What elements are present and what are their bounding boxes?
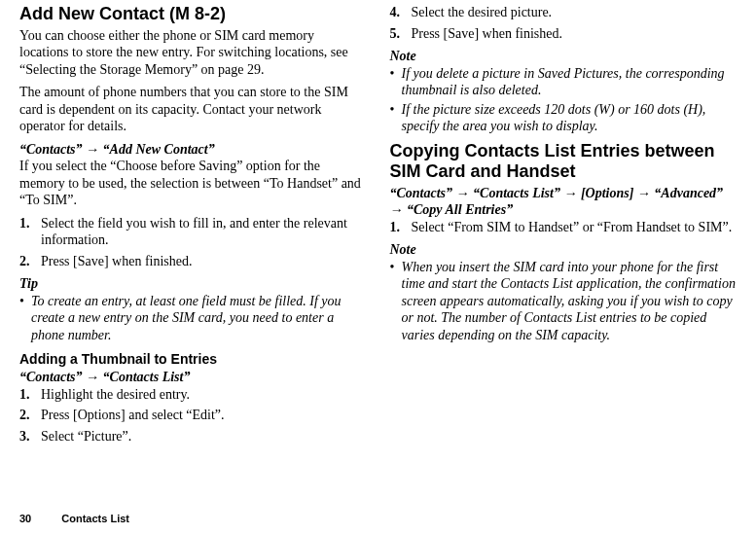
step-item: 1.Select “From SIM to Handset” or “From …	[390, 219, 738, 236]
step-text: Select “From SIM to Handset” or “From Ha…	[412, 220, 733, 234]
step-text: Select the field you wish to fill in, an…	[41, 216, 347, 248]
step-number: 1.	[19, 386, 30, 404]
page-number: 30	[19, 513, 31, 524]
step-text: Select “Picture”.	[41, 429, 131, 444]
notes-copy: When you insert the SIM card into your p…	[390, 259, 738, 344]
step-item: 1.Select the field you wish to fill in, …	[19, 215, 367, 249]
left-column: Add New Contact (M 8-2) You can choose e…	[19, 4, 367, 450]
step-item: 2.Press [Options] and select “Edit”.	[19, 407, 367, 424]
note-item: If you delete a picture in Saved Picture…	[390, 65, 738, 99]
nav-path-add-contact: “Contacts” → “Add New Contact”	[19, 141, 367, 159]
choose-before-saving-text: If you select the “Choose before Saving”…	[19, 158, 367, 209]
nav-path-thumbnail: “Contacts” → “Contacts List”	[19, 369, 367, 386]
step-item: 3.Select “Picture”.	[19, 428, 367, 445]
right-column: 4.Select the desired picture. 5.Press [S…	[390, 4, 738, 450]
tip-label: Tip	[19, 275, 367, 293]
intro-paragraph-1: You can choose either the phone or SIM c…	[19, 27, 367, 79]
step-number: 5.	[390, 25, 401, 43]
step-number: 4.	[390, 4, 401, 21]
tip-list: To create an entry, at least one field m…	[19, 293, 367, 344]
step-text: Highlight the desired entry.	[41, 387, 190, 402]
heading-thumbnail: Adding a Thumbnail to Entries	[19, 351, 367, 367]
note-item: If the picture size exceeds 120 dots (W)…	[390, 101, 738, 135]
steps-copy: 1.Select “From SIM to Handset” or “From …	[390, 219, 738, 236]
step-text: Press [Options] and select “Edit”.	[41, 408, 225, 422]
step-number: 1.	[390, 219, 401, 236]
steps-add-contact: 1.Select the field you wish to fill in, …	[19, 215, 367, 270]
note-label: Note	[390, 48, 738, 65]
page-footer: 30 Contacts List	[19, 513, 129, 524]
step-item: 2.Press [Save] when finished.	[19, 253, 367, 270]
step-item: 5.Press [Save] when finished.	[390, 25, 738, 43]
step-text: Press [Save] when finished.	[412, 26, 563, 41]
notes-thumbnail: If you delete a picture in Saved Picture…	[390, 65, 738, 135]
nav-path-copy: “Contacts” → “Contacts List” → [Options]…	[390, 185, 738, 219]
footer-section: Contacts List	[61, 513, 129, 524]
menu-code: (M 8-2)	[169, 4, 226, 23]
note-label-2: Note	[390, 241, 738, 259]
step-item: 1.Highlight the desired entry.	[19, 386, 367, 404]
heading-text: Add New Contact	[19, 4, 164, 23]
note-item: When you insert the SIM card into your p…	[390, 259, 738, 344]
intro-paragraph-2: The amount of phone numbers that you can…	[19, 84, 367, 135]
step-text: Select the desired picture.	[412, 5, 553, 19]
step-text: Press [Save] when finished.	[41, 254, 193, 268]
heading-copy-contacts: Copying Contacts List Entries between SI…	[390, 141, 738, 183]
heading-add-new-contact: Add New Contact (M 8-2)	[19, 4, 367, 25]
steps-thumbnail: 1.Highlight the desired entry. 2.Press […	[19, 386, 367, 445]
step-number: 3.	[19, 428, 30, 445]
step-item: 4.Select the desired picture.	[390, 4, 738, 21]
steps-thumbnail-continued: 4.Select the desired picture. 5.Press [S…	[390, 4, 738, 42]
step-number: 2.	[19, 253, 30, 270]
step-number: 2.	[19, 407, 30, 424]
tip-item: To create an entry, at least one field m…	[19, 293, 367, 344]
step-number: 1.	[19, 215, 30, 232]
